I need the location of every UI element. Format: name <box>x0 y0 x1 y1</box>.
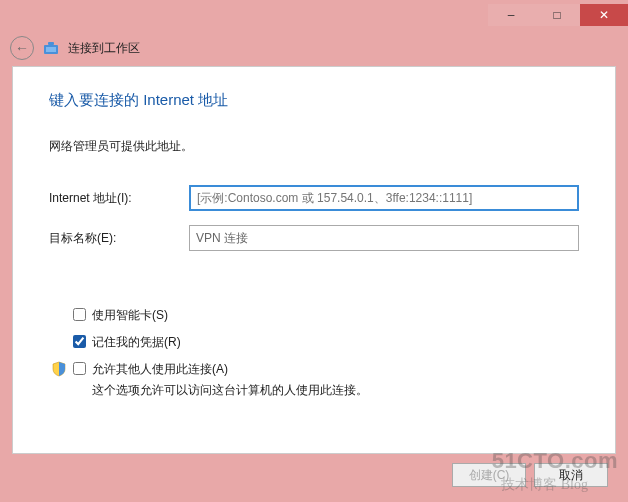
toolbar: ← 连接到工作区 <box>0 30 628 66</box>
destination-name-row: 目标名称(E): <box>49 225 579 251</box>
shield-icon <box>51 361 67 377</box>
smartcard-label: 使用智能卡(S) <box>92 307 168 324</box>
options-group: 使用智能卡(S) 记住我的凭据(R) 允许其他人使用此连接(A) 这个选项允许可… <box>49 307 579 399</box>
allow-others-row: 允许其他人使用此连接(A) <box>73 361 579 378</box>
minimize-button[interactable]: – <box>488 4 534 26</box>
internet-address-label: Internet 地址(I): <box>49 190 189 207</box>
smartcard-checkbox[interactable] <box>73 308 86 321</box>
maximize-button[interactable]: □ <box>534 4 580 26</box>
page-heading: 键入要连接的 Internet 地址 <box>49 91 579 110</box>
toolbar-title: 连接到工作区 <box>68 40 140 57</box>
footer: 创建(C) 取消 <box>12 456 616 494</box>
remember-label: 记住我的凭据(R) <box>92 334 181 351</box>
allow-others-checkbox-row[interactable]: 允许其他人使用此连接(A) <box>73 361 228 378</box>
smartcard-checkbox-row[interactable]: 使用智能卡(S) <box>73 307 579 324</box>
titlebar: – □ ✕ <box>0 0 628 30</box>
remember-checkbox[interactable] <box>73 335 86 348</box>
svg-rect-2 <box>46 47 56 52</box>
create-button[interactable]: 创建(C) <box>452 463 526 487</box>
allow-others-label: 允许其他人使用此连接(A) <box>92 361 228 378</box>
workplace-icon <box>42 39 60 57</box>
destination-name-label: 目标名称(E): <box>49 230 189 247</box>
destination-name-input[interactable] <box>189 225 579 251</box>
allow-others-description: 这个选项允许可以访问这台计算机的人使用此连接。 <box>73 382 579 399</box>
content-panel: 键入要连接的 Internet 地址 网络管理员可提供此地址。 Internet… <box>12 66 616 454</box>
internet-address-row: Internet 地址(I): <box>49 185 579 211</box>
svg-rect-1 <box>48 42 54 45</box>
back-button[interactable]: ← <box>10 36 34 60</box>
close-button[interactable]: ✕ <box>580 4 628 26</box>
allow-others-checkbox[interactable] <box>73 362 86 375</box>
subtitle: 网络管理员可提供此地址。 <box>49 138 579 155</box>
cancel-button[interactable]: 取消 <box>534 463 608 487</box>
remember-checkbox-row[interactable]: 记住我的凭据(R) <box>73 334 579 351</box>
internet-address-input[interactable] <box>189 185 579 211</box>
